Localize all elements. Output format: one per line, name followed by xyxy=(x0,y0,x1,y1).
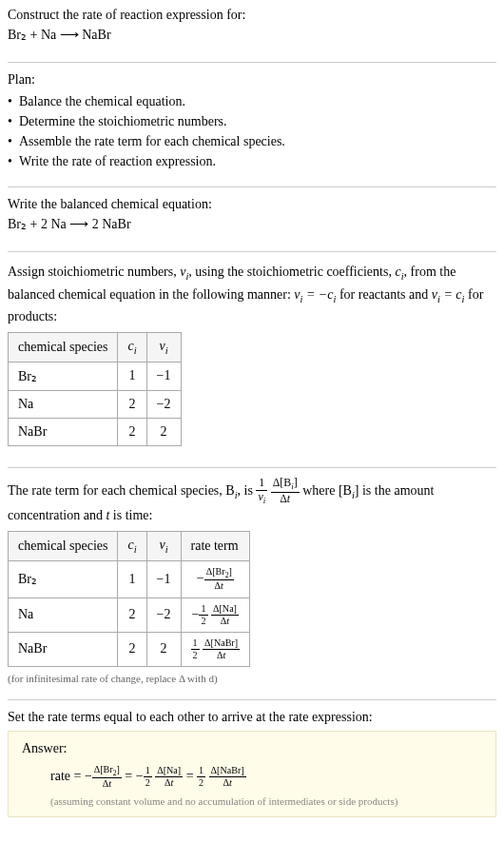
table-header-row: chemical species ci νi rate term xyxy=(9,532,250,561)
species-cell: Na xyxy=(9,598,118,632)
rateterm-cell: −Δ[Br2]Δt xyxy=(181,560,250,598)
table-row: NaBr 2 2 xyxy=(9,418,182,445)
final-section: Set the rate terms equal to each other t… xyxy=(8,710,496,823)
header-section: Construct the rate of reaction expressio… xyxy=(8,8,496,52)
divider xyxy=(8,699,496,700)
ci-cell: 2 xyxy=(118,632,146,666)
table-row: Br₂ 1 −1 xyxy=(9,362,182,390)
nui-cell: 2 xyxy=(146,418,181,445)
species-cell: NaBr xyxy=(9,418,118,445)
final-title: Set the rate terms equal to each other t… xyxy=(8,710,496,725)
rateterm-cell: −12 Δ[Na]Δt xyxy=(181,598,250,632)
unbalanced-equation: Br₂ + Na ⟶ NaBr xyxy=(8,27,496,43)
nui-cell: −1 xyxy=(146,362,181,390)
plan-item: Assemble the rate term for each chemical… xyxy=(8,131,496,151)
col-rateterm: rate term xyxy=(181,532,250,561)
table-row: Br₂ 1 −1 −Δ[Br2]Δt xyxy=(9,560,250,598)
plan-title: Plan: xyxy=(8,72,496,88)
species-cell: Na xyxy=(9,390,118,418)
text: The rate term for each chemical species,… xyxy=(8,483,235,498)
rateterm-table: chemical species ci νi rate term Br₂ 1 −… xyxy=(8,531,250,667)
nui-cell: −2 xyxy=(146,598,181,632)
col-ci: ci xyxy=(118,333,146,362)
table-caption: (for infinitesimal rate of change, repla… xyxy=(8,673,496,684)
text: is time: xyxy=(109,508,152,522)
rateterm-cell: 12 Δ[NaBr]Δt xyxy=(181,632,250,666)
answer-note: (assuming constant volume and no accumul… xyxy=(22,795,482,807)
answer-box: Answer: rate = −Δ[Br2]Δt = −12 Δ[Na]Δt =… xyxy=(8,731,496,817)
col-species: chemical species xyxy=(9,532,118,561)
ci-cell: 1 xyxy=(118,560,146,598)
nui-cell: −1 xyxy=(146,560,181,598)
stoich-table: chemical species ci νi Br₂ 1 −1 Na 2 −2 … xyxy=(8,332,182,446)
ci-cell: 2 xyxy=(118,390,146,418)
stoich-description: Assign stoichiometric numbers, νi, using… xyxy=(8,262,496,326)
divider xyxy=(8,186,496,187)
plan-item: Balance the chemical equation. xyxy=(8,91,496,111)
ci-cell: 2 xyxy=(118,418,146,445)
frac-delta-bi-dt: Δ[Bi]Δt xyxy=(271,478,300,505)
text: for reactants and xyxy=(336,287,431,302)
divider xyxy=(8,62,496,63)
text: , using the stoichiometric coefficients, xyxy=(188,264,395,279)
answer-label: Answer: xyxy=(22,741,482,756)
table-row: NaBr 2 2 12 Δ[NaBr]Δt xyxy=(9,632,250,666)
plan-item: Write the rate of reaction expression. xyxy=(8,151,496,171)
stoich-section: Assign stoichiometric numbers, νi, using… xyxy=(8,262,496,458)
col-nui: νi xyxy=(146,532,181,561)
balanced-section: Write the balanced chemical equation: Br… xyxy=(8,197,496,242)
divider xyxy=(8,251,496,252)
relation-reactants: νi = −ci xyxy=(294,287,336,302)
ci-cell: 1 xyxy=(118,362,146,390)
species-cell: Br₂ xyxy=(9,362,118,390)
relation-products: νi = ci xyxy=(432,287,465,302)
nui-cell: −2 xyxy=(146,390,181,418)
nu-i-symbol: νi xyxy=(180,264,188,279)
balanced-title: Write the balanced chemical equation: xyxy=(8,197,496,212)
balanced-equation: Br₂ + 2 Na ⟶ 2 NaBr xyxy=(8,216,496,232)
species-cell: NaBr xyxy=(9,632,118,666)
rateterm-description: The rate term for each chemical species,… xyxy=(8,478,496,525)
col-nui: νi xyxy=(146,333,181,362)
text: , is xyxy=(238,483,257,498)
text: Assign stoichiometric numbers, xyxy=(8,264,180,279)
ci-cell: 2 xyxy=(118,598,146,632)
rateterm-section: The rate term for each chemical species,… xyxy=(8,478,496,690)
col-ci: ci xyxy=(118,532,146,561)
col-species: chemical species xyxy=(9,333,118,362)
text: rate = xyxy=(50,769,85,783)
nui-cell: 2 xyxy=(146,632,181,666)
plan-list: Balance the chemical equation. Determine… xyxy=(8,91,496,171)
plan-item: Determine the stoichiometric numbers. xyxy=(8,111,496,131)
table-header-row: chemical species ci νi xyxy=(9,333,182,362)
table-row: Na 2 −2 −12 Δ[Na]Δt xyxy=(9,598,250,632)
c-i-symbol: ci xyxy=(395,264,403,279)
species-cell: Br₂ xyxy=(9,560,118,598)
divider xyxy=(8,467,496,468)
problem-title: Construct the rate of reaction expressio… xyxy=(8,8,496,23)
frac-one-over-nui: 1νi xyxy=(256,478,267,505)
table-row: Na 2 −2 xyxy=(9,390,182,418)
rate-expression: rate = −Δ[Br2]Δt = −12 Δ[Na]Δt = 12 Δ[Na… xyxy=(22,762,482,792)
text: where [B xyxy=(302,483,352,498)
plan-section: Plan: Balance the chemical equation. Det… xyxy=(8,72,496,177)
